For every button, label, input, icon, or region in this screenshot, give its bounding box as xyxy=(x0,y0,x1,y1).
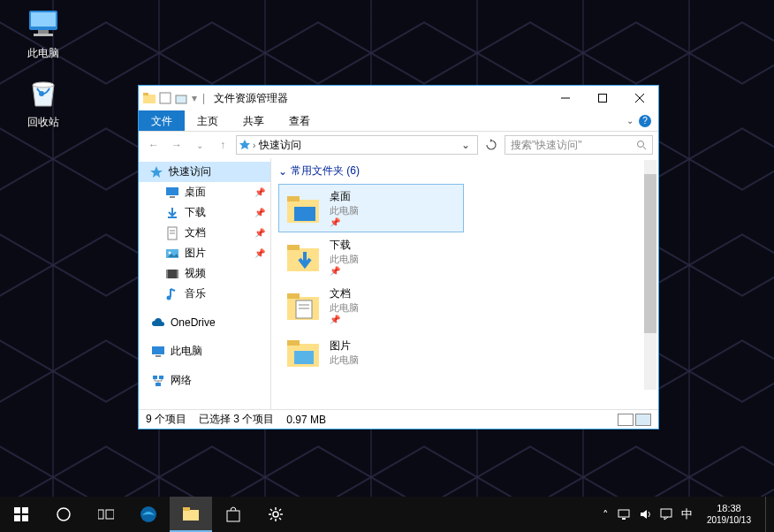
folder-item-desktop[interactable]: 桌面此电脑📌 xyxy=(278,184,464,232)
titlebar[interactable]: ▾ | 文件资源管理器 xyxy=(139,86,658,110)
nav-videos[interactable]: 视频 xyxy=(139,263,270,284)
svg-rect-45 xyxy=(294,351,314,364)
svg-rect-67 xyxy=(622,518,626,520)
svg-rect-3 xyxy=(34,34,53,36)
desktop-icon-recycle-bin[interactable]: 回收站 xyxy=(11,74,76,130)
star-icon xyxy=(149,165,163,179)
pin-icon: 📌 xyxy=(330,217,359,227)
item-title: 图片 xyxy=(330,338,359,353)
pin-icon: 📌 xyxy=(254,248,265,258)
svg-rect-29 xyxy=(156,355,161,357)
svg-rect-47 xyxy=(22,507,28,513)
tray-ime-button[interactable]: 中 xyxy=(681,506,693,522)
nav-documents[interactable]: 文档📌 xyxy=(139,223,270,243)
tray-action-center-icon[interactable] xyxy=(660,508,672,521)
nav-quick-access[interactable]: 快速访问 xyxy=(139,162,270,182)
file-explorer-window: ▾ | 文件资源管理器 文件 主页 共享 查看 ⌄ ? ← → ⌄ ↑ › 快速… xyxy=(138,85,659,429)
nav-this-pc[interactable]: 此电脑 xyxy=(139,341,270,361)
pictures-icon xyxy=(165,247,179,261)
ribbon-tab-file[interactable]: 文件 xyxy=(139,110,185,131)
group-header[interactable]: ⌄ 常用文件夹 (6) xyxy=(271,158,658,184)
folder-icon xyxy=(285,335,321,370)
new-folder-icon[interactable] xyxy=(174,91,188,105)
nav-onedrive[interactable]: OneDrive xyxy=(139,313,270,332)
content-pane[interactable]: ⌄ 常用文件夹 (6) 桌面此电脑📌 下载此电脑📌 文档此电脑📌 xyxy=(271,158,658,409)
nav-desktop[interactable]: 桌面📌 xyxy=(139,182,270,202)
nav-back-button[interactable]: ← xyxy=(144,135,163,155)
nav-label: 桌面 xyxy=(185,185,206,200)
nav-pictures[interactable]: 图片📌 xyxy=(139,243,270,263)
folder-icon xyxy=(285,239,321,275)
view-icons-button[interactable] xyxy=(635,414,651,426)
item-subtitle: 此电脑 xyxy=(330,301,359,315)
folder-item-downloads[interactable]: 下载此电脑📌 xyxy=(278,232,464,281)
help-icon[interactable]: ? xyxy=(639,115,651,127)
svg-line-15 xyxy=(643,147,646,149)
scrollbar[interactable] xyxy=(644,160,656,390)
show-desktop-button[interactable] xyxy=(765,497,770,532)
svg-rect-9 xyxy=(176,95,186,103)
item-subtitle: 此电脑 xyxy=(330,353,359,367)
star-icon xyxy=(239,139,251,151)
tray-network-icon[interactable] xyxy=(618,508,630,521)
svg-rect-2 xyxy=(38,30,49,34)
start-button[interactable] xyxy=(0,497,42,532)
taskbar-app-explorer[interactable] xyxy=(170,497,212,532)
nav-label: 文档 xyxy=(185,225,206,240)
refresh-button[interactable] xyxy=(482,139,501,151)
tray-clock[interactable]: 18:38 2019/10/13 xyxy=(702,503,756,526)
svg-line-64 xyxy=(270,518,272,520)
taskbar-app-store[interactable] xyxy=(212,497,254,532)
nav-recent-button[interactable]: ⌄ xyxy=(190,135,209,155)
ribbon-tab-share[interactable]: 共享 xyxy=(231,110,277,131)
network-icon xyxy=(151,374,165,388)
ribbon-tab-view[interactable]: 查看 xyxy=(277,110,322,131)
chevron-down-icon: ⌄ xyxy=(278,165,287,178)
scrollbar-thumb[interactable] xyxy=(644,174,656,333)
view-details-button[interactable] xyxy=(618,414,634,426)
tray-volume-icon[interactable] xyxy=(639,508,651,521)
ribbon-tab-home[interactable]: 主页 xyxy=(185,110,231,131)
address-bar[interactable]: › 快速访问 ⌄ xyxy=(236,135,478,155)
svg-rect-66 xyxy=(618,510,629,517)
navigation-pane: 快速访问 桌面📌 下载📌 文档📌 图片📌 视频 xyxy=(139,158,271,409)
taskbar-app-settings[interactable] xyxy=(254,497,297,532)
properties-icon[interactable] xyxy=(158,91,172,105)
qat-dropdown-icon[interactable]: ▾ xyxy=(192,92,197,104)
maximize-button[interactable] xyxy=(584,87,621,110)
search-input[interactable]: 搜索"快速访问" xyxy=(505,135,653,155)
nav-music[interactable]: 音乐 xyxy=(139,284,270,304)
taskbar-app-edge[interactable] xyxy=(127,497,170,532)
nav-label: 下载 xyxy=(185,205,206,220)
window-title: 文件资源管理器 xyxy=(210,91,547,106)
nav-downloads[interactable]: 下载📌 xyxy=(139,202,270,223)
minimize-button[interactable] xyxy=(547,87,584,110)
close-button[interactable] xyxy=(621,87,658,110)
status-size: 0.97 MB xyxy=(286,414,326,426)
cloud-icon xyxy=(151,315,165,330)
desktop-icon-this-pc[interactable]: 此电脑 xyxy=(11,5,76,61)
svg-point-4 xyxy=(33,82,54,87)
chevron-down-icon[interactable]: ⌄ xyxy=(456,139,475,151)
folder-item-documents[interactable]: 文档此电脑📌 xyxy=(278,281,464,330)
desktop-icon-label: 回收站 xyxy=(27,116,59,128)
nav-forward-button[interactable]: → xyxy=(167,135,186,155)
svg-line-65 xyxy=(279,509,281,511)
tray-chevron-icon[interactable]: ˄ xyxy=(603,508,609,521)
status-count: 9 个项目 xyxy=(146,412,186,427)
svg-line-62 xyxy=(270,509,272,511)
nav-network[interactable]: 网络 xyxy=(139,370,270,391)
svg-rect-26 xyxy=(177,270,178,278)
chevron-down-icon[interactable]: ⌄ xyxy=(626,116,634,125)
recycle-bin-icon xyxy=(25,74,62,111)
nav-up-button[interactable]: ↑ xyxy=(213,135,232,155)
folder-icon xyxy=(285,288,321,323)
item-title: 桌面 xyxy=(330,189,359,204)
nav-label: 图片 xyxy=(185,246,206,261)
task-view-button[interactable] xyxy=(85,497,127,532)
cortana-button[interactable] xyxy=(42,497,85,532)
folder-item-pictures[interactable]: 图片此电脑 xyxy=(278,330,464,376)
svg-rect-16 xyxy=(166,187,178,195)
svg-rect-11 xyxy=(599,95,607,103)
nav-label: 此电脑 xyxy=(171,344,202,359)
